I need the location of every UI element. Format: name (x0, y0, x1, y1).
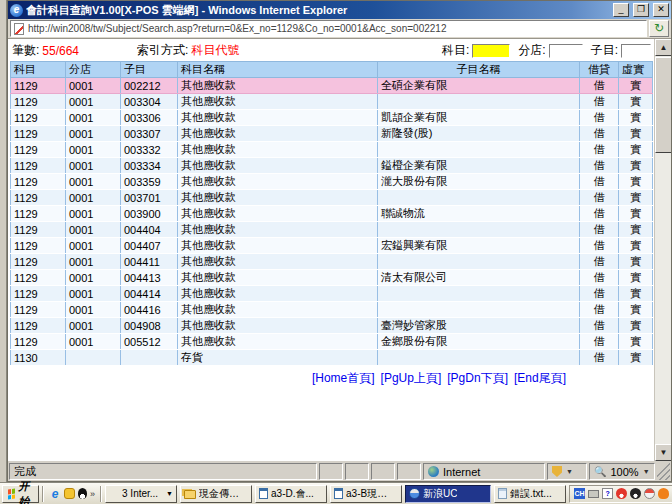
pagination-link[interactable]: [End尾頁] (514, 371, 566, 385)
start-button[interactable]: 开始 (2, 485, 39, 503)
cell-subitem-code: 004416 (121, 302, 178, 318)
table-row[interactable]: 1129 0001 003900 其他應收款 聯誠物流 借 實 (11, 206, 653, 222)
table-row[interactable]: 1129 0001 003306 其他應收款 凱頡企業有限 借 實 (11, 110, 653, 126)
cell-subject-name: 其他應收款 (178, 126, 378, 142)
zoom-control-pane[interactable]: 🔍 100% ▼ (589, 463, 655, 480)
cell-subject-code: 1129 (11, 142, 66, 158)
cell-subitem-code: 003900 (121, 206, 178, 222)
cell-subitem-name (378, 94, 580, 110)
table-row[interactable]: 1129 0001 005512 其他應收款 金鄉股份有限 借 實 (11, 334, 653, 350)
close-button[interactable]: ✕ (653, 3, 669, 17)
cell-real-virtual: 實 (619, 350, 653, 366)
taskbar-button[interactable]: a3-B現金... (330, 485, 402, 503)
scroll-up-button[interactable]: ▲ (655, 39, 671, 56)
table-row[interactable]: 1129 0001 004414 其他應收款 借 實 (11, 286, 653, 302)
cell-subitem-code: 003332 (121, 142, 178, 158)
table-row[interactable]: 1130 存貨 借 實 (11, 350, 653, 366)
pagination-link[interactable]: [PgDn下頁] (447, 371, 508, 385)
ie-browser-window: e 會計科目查詢V1.00[X-POS 雲端網] - Windows Inter… (7, 0, 672, 482)
cell-branch-code: 0001 (66, 158, 121, 174)
cell-subitem-code: 004413 (121, 270, 178, 286)
title-bar[interactable]: e 會計科目查詢V1.00[X-POS 雲端網] - Windows Inter… (8, 1, 671, 19)
query-bar: 筆數: 55/664 索引方式: 科目代號 科目: 分店: 子目: (10, 41, 654, 60)
column-header: 分店 (66, 62, 121, 78)
page-content: 筆數: 55/664 索引方式: 科目代號 科目: 分店: 子目: (8, 39, 671, 461)
cell-subject-name: 其他應收款 (178, 190, 378, 206)
taskbar-button[interactable]: 錯誤.txt... (494, 485, 566, 503)
table-row[interactable]: 1129 0001 004908 其他應收款 臺灣妙管家股 借 實 (11, 318, 653, 334)
taskbar-button[interactable]: 3 Inter... ▼ (105, 485, 177, 503)
cell-subject-code: 1129 (11, 254, 66, 270)
subitem-field-label: 子目: (591, 42, 618, 59)
table-row[interactable]: 1129 0001 004407 其他應收款 宏鎰興業有限 借 實 (11, 238, 653, 254)
table-row[interactable]: 1129 0001 004411 其他應收款 借 實 (11, 254, 653, 270)
cell-branch-code: 0001 (66, 222, 121, 238)
cell-subject-code: 1130 (11, 350, 66, 366)
help-icon[interactable]: ? (602, 488, 613, 499)
cell-subject-code: 1129 (11, 222, 66, 238)
quick-launch: e » (47, 488, 97, 500)
cell-real-virtual: 實 (619, 126, 653, 142)
uc-icon (409, 488, 420, 499)
address-input[interactable]: http://win2008/tw/Subject/Search.asp?ret… (10, 20, 647, 37)
maximize-button[interactable]: ❐ (633, 3, 649, 17)
subject-input[interactable] (472, 44, 510, 58)
table-row[interactable]: 1129 0001 002212 其他應收款 全碩企業有限 借 實 (11, 78, 653, 94)
table-row[interactable]: 1129 0001 004413 其他應收款 清太有限公司 借 實 (11, 270, 653, 286)
cell-subitem-name (378, 142, 580, 158)
overflow-chevron-icon[interactable]: » (90, 489, 95, 499)
flame-icon[interactable] (658, 488, 669, 499)
cell-real-virtual: 實 (619, 270, 653, 286)
zone-label: Internet (443, 466, 480, 478)
taskbar-divider (42, 486, 44, 502)
cell-branch-code: 0001 (66, 318, 121, 334)
table-row[interactable]: 1129 0001 003359 其他應收款 瀧大股份有限 借 實 (11, 174, 653, 190)
cell-subject-name: 其他應收款 (178, 238, 378, 254)
uc-quicklaunch-icon[interactable] (64, 488, 75, 499)
table-row[interactable]: 1129 0001 004404 其他應收款 借 實 (11, 222, 653, 238)
qq-quicklaunch-icon[interactable] (78, 488, 87, 499)
scrollbar-thumb[interactable] (655, 57, 671, 153)
ie-quicklaunch-icon[interactable]: e (49, 488, 61, 500)
cell-debit-credit: 借 (580, 174, 619, 190)
cell-subitem-code: 003334 (121, 158, 178, 174)
cell-debit-credit: 借 (580, 286, 619, 302)
cell-debit-credit: 借 (580, 190, 619, 206)
msn-ball-icon[interactable] (644, 488, 655, 499)
protected-mode-pane[interactable]: ▼ (547, 463, 587, 480)
start-label: 开始 (18, 479, 33, 504)
table-row[interactable]: 1129 0001 003307 其他應收款 新隆發(股) 借 實 (11, 126, 653, 142)
cell-subject-name: 其他應收款 (178, 94, 378, 110)
cell-debit-credit: 借 (580, 238, 619, 254)
doc-icon (334, 488, 343, 499)
table-row[interactable]: 1129 0001 004416 其他應收款 借 實 (11, 302, 653, 318)
cell-subject-name: 其他應收款 (178, 334, 378, 350)
taskbar-button[interactable]: 現金傳票... (180, 485, 252, 503)
system-tray: CH? 15:08 (569, 485, 672, 503)
vertical-scrollbar[interactable]: ▲ ▼ (654, 39, 671, 461)
tray-icons: CH? (574, 488, 672, 499)
taskbar-button[interactable]: a3-D.會... (255, 485, 327, 503)
qq-red-icon[interactable] (616, 488, 627, 499)
cell-subitem-name: 金鄉股份有限 (378, 334, 580, 350)
taskbar-button[interactable]: 新浪UC (405, 485, 491, 503)
branch-input[interactable] (549, 44, 583, 58)
table-row[interactable]: 1129 0001 003304 其他應收款 借 實 (11, 94, 653, 110)
refresh-button[interactable]: ↻ (649, 20, 669, 37)
table-row[interactable]: 1129 0001 003701 其他應收款 借 實 (11, 190, 653, 206)
table-row[interactable]: 1129 0001 003334 其他應收款 鎰橙企業有限 借 實 (11, 158, 653, 174)
background-window-edge (0, 0, 7, 482)
status-pane (345, 463, 369, 480)
pagination-link[interactable]: [Home首頁] (312, 371, 375, 385)
table-row[interactable]: 1129 0001 003332 其他應收款 借 實 (11, 142, 653, 158)
scroll-down-button[interactable]: ▼ (655, 444, 671, 461)
pagination-link[interactable]: [PgUp上頁] (381, 371, 442, 385)
cell-subject-name: 其他應收款 (178, 270, 378, 286)
cell-real-virtual: 實 (619, 302, 653, 318)
subitem-input[interactable] (621, 44, 651, 58)
printer-icon[interactable] (588, 490, 599, 498)
minimize-button[interactable]: _ (613, 3, 629, 17)
lang-ch-icon[interactable]: CH (574, 488, 585, 499)
resize-grip[interactable] (657, 463, 670, 480)
qq-black-icon[interactable] (630, 488, 641, 499)
